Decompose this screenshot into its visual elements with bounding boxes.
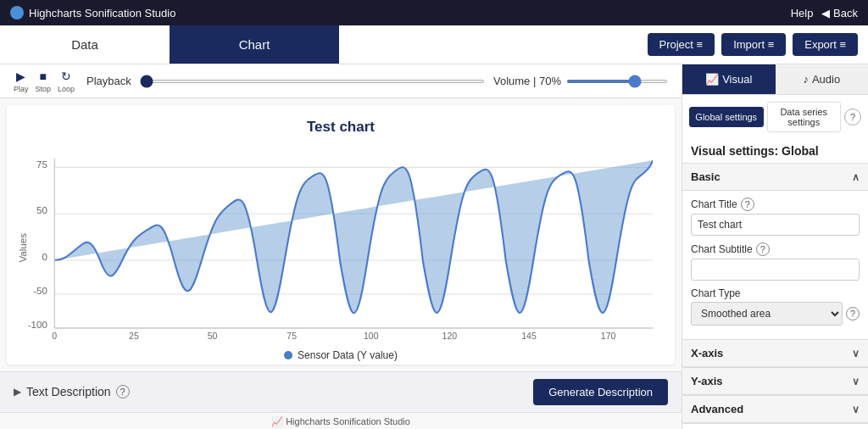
tab-data[interactable]: Data	[0, 25, 170, 64]
generate-description-button[interactable]: Generate Description	[533, 379, 668, 405]
svg-text:25: 25	[129, 331, 139, 341]
loop-icon: ↻	[61, 70, 71, 83]
stop-button[interactable]: ■ Stop	[36, 70, 52, 93]
settings-help-button[interactable]: ?	[844, 109, 861, 125]
volume-slider[interactable]	[566, 80, 668, 83]
tab-global-settings[interactable]: Global settings	[689, 107, 764, 127]
left-panel: ▶ Play ■ Stop ↻ Loop Playback Volume	[0, 64, 682, 429]
bottom-actions: → → Hide ↺ ↺ Reset	[682, 423, 868, 429]
svg-text:Values: Values	[18, 233, 28, 263]
svg-text:120: 120	[442, 331, 458, 341]
play-icon: ▶	[16, 70, 25, 83]
chart-title-label: Chart Title ?	[691, 198, 860, 211]
tab-visual[interactable]: 📈 Visual	[682, 64, 776, 94]
chart-title-field: Chart Title ?	[691, 198, 860, 236]
nav-tabs-bar: Data Chart Project ≡ Import ≡ Export ≡	[0, 25, 868, 64]
svg-text:100: 100	[364, 331, 379, 341]
loop-button[interactable]: ↻ Loop	[58, 70, 75, 93]
text-desc-label: Text Description	[26, 385, 111, 398]
stop-icon: ■	[40, 70, 47, 83]
volume-label: Volume | 70%	[493, 75, 561, 87]
chevron-up-icon: ∧	[852, 171, 860, 183]
svg-text:75: 75	[287, 331, 297, 341]
section-basic-header[interactable]: Basic ∧	[682, 163, 868, 191]
text-desc-left: ▶ Text Description ?	[14, 385, 130, 398]
legend-dot-icon	[284, 351, 292, 359]
app-title: Highcharts Sonification Studio	[29, 7, 175, 20]
playback-bar: ▶ Play ■ Stop ↻ Loop Playback Volume	[0, 64, 682, 98]
back-link[interactable]: ◀ Back	[821, 7, 858, 20]
top-bar-actions: Help ◀ Back	[791, 7, 858, 20]
text-description-bar: ▶ Text Description ? Generate Descriptio…	[0, 371, 682, 412]
chart-subtitle-input[interactable]	[691, 259, 860, 281]
expand-icon[interactable]: ▶	[14, 386, 21, 398]
svg-text:50: 50	[208, 331, 218, 341]
app-logo-icon	[10, 6, 24, 20]
play-button[interactable]: ▶ Play	[14, 70, 29, 93]
chevron-down-icon: ∨	[852, 348, 860, 359]
nav-spacer	[339, 25, 648, 64]
chevron-down-icon-yaxis: ∨	[852, 376, 860, 387]
settings-tabs: Global settings Data series settings ?	[682, 95, 868, 139]
chart-area: Test chart 75 50 0 -50 -100 Values 0 25	[7, 105, 675, 365]
chart-type-field: Chart Type Smoothed area Line Bar Column…	[691, 287, 860, 326]
footer-icon: 📈	[271, 416, 286, 426]
chart-title: Test chart	[15, 114, 666, 141]
svg-text:50: 50	[36, 205, 47, 215]
main-layout: ▶ Play ■ Stop ↻ Loop Playback Volume	[0, 64, 868, 429]
chart-subtitle-label: Chart Subtitle ?	[691, 242, 860, 256]
chart-type-select-wrap: Smoothed area Line Bar Column Scatter ?	[691, 302, 860, 326]
right-panel-tabs: 📈 Visual ♪ Audio	[682, 64, 868, 95]
playback-label: Playback	[86, 75, 131, 87]
visual-icon: 📈	[705, 73, 719, 86]
legend-label: Sensor Data (Y value)	[298, 349, 398, 361]
nav-buttons: Project ≡ Import ≡ Export ≡	[648, 25, 869, 64]
audio-icon: ♪	[803, 73, 809, 86]
playback-controls: ▶ Play ■ Stop ↻ Loop	[14, 70, 75, 93]
section-xaxis-header[interactable]: X-axis ∨	[682, 339, 868, 367]
section-yaxis-header[interactable]: Y-axis ∨	[682, 367, 868, 395]
right-panel: 📈 Visual ♪ Audio Global settings Data se…	[682, 64, 868, 429]
export-button[interactable]: Export ≡	[793, 33, 858, 56]
chart-title-help-icon[interactable]: ?	[741, 198, 754, 211]
visual-settings-title: Visual settings: Global	[682, 139, 868, 163]
volume-section: Volume | 70%	[493, 75, 668, 87]
chart-legend: Sensor Data (Y value)	[15, 346, 666, 365]
section-advanced-header[interactable]: Advanced ∨	[682, 395, 868, 423]
chart-svg: 75 50 0 -50 -100 Values 0 25 50 75 100	[15, 141, 666, 346]
tab-audio[interactable]: ♪ Audio	[776, 64, 869, 94]
svg-text:170: 170	[601, 331, 616, 341]
project-button[interactable]: Project ≡	[648, 33, 715, 56]
text-desc-help-icon[interactable]: ?	[116, 385, 130, 398]
footer: 📈 Highcharts Sonification Studio v1.0.4 …	[0, 412, 682, 429]
svg-text:0: 0	[42, 252, 47, 262]
playback-progress	[140, 80, 485, 83]
chart-type-label: Chart Type	[691, 287, 860, 299]
chart-type-select[interactable]: Smoothed area Line Bar Column Scatter	[691, 302, 843, 326]
svg-text:75: 75	[36, 159, 47, 170]
chart-subtitle-help-icon[interactable]: ?	[756, 242, 770, 256]
top-bar: Highcharts Sonification Studio Help ◀ Ba…	[0, 0, 868, 25]
help-link[interactable]: Help	[791, 7, 814, 20]
app-title-area: Highcharts Sonification Studio	[10, 6, 175, 20]
section-basic-content: Chart Title ? Chart Subtitle ? Chart Typ…	[682, 191, 868, 339]
import-button[interactable]: Import ≡	[721, 33, 786, 56]
svg-text:0: 0	[52, 331, 57, 341]
tab-dataseries-settings[interactable]: Data series settings	[767, 102, 842, 132]
tab-chart[interactable]: Chart	[170, 25, 339, 64]
footer-studio-name: Highcharts Sonification Studio	[286, 416, 410, 426]
chart-subtitle-field: Chart Subtitle ?	[691, 242, 860, 281]
svg-text:145: 145	[521, 331, 537, 341]
chart-type-help-icon[interactable]: ?	[846, 307, 860, 320]
chart-title-input[interactable]	[691, 214, 860, 236]
svg-text:-50: -50	[33, 286, 47, 296]
playback-slider[interactable]	[140, 80, 485, 83]
svg-text:-100: -100	[28, 320, 47, 330]
chevron-down-icon-advanced: ∨	[852, 404, 860, 415]
